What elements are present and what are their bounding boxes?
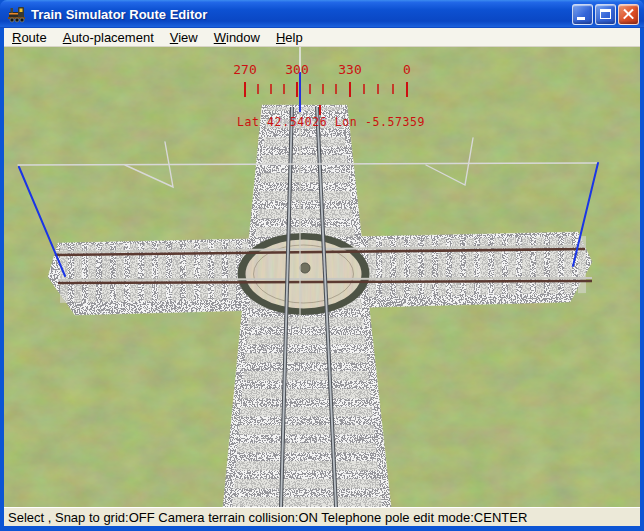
minimize-icon (577, 17, 585, 20)
title-bar[interactable]: Train Simulator Route Editor (0, 0, 644, 28)
menu-route-label: Route (12, 30, 47, 45)
maximize-icon (600, 9, 611, 19)
menu-window[interactable]: Window (206, 28, 268, 46)
compass-label-330: 330 (338, 62, 361, 77)
menu-bar: Route Auto-placement View Window Help (4, 28, 640, 47)
menu-help[interactable]: Help (268, 28, 311, 46)
minimize-button[interactable] (572, 4, 593, 25)
train-app-icon (7, 4, 27, 24)
compass-label-300: 300 (285, 62, 308, 77)
3d-viewport[interactable]: 270 300 330 0 (4, 47, 640, 507)
status-bar: Select , Snap to grid:OFF Camera terrain… (4, 507, 640, 526)
menu-view[interactable]: View (162, 28, 206, 46)
window-controls (572, 4, 639, 25)
compass-label-270: 270 (233, 62, 256, 77)
status-text: Select , Snap to grid:OFF Camera terrain… (8, 510, 527, 525)
window-title: Train Simulator Route Editor (31, 7, 572, 22)
position-readout: Lat 42.54026 Lon -5.57359 (237, 115, 425, 129)
menu-auto-placement-label: Auto-placement (63, 30, 154, 45)
menu-window-label: Window (214, 30, 260, 45)
menu-help-label: Help (276, 30, 303, 45)
menu-auto-placement[interactable]: Auto-placement (55, 28, 162, 46)
app-window: Train Simulator Route Editor Route Auto-… (0, 0, 644, 531)
close-button[interactable] (618, 4, 639, 25)
maximize-button[interactable] (595, 4, 616, 25)
turntable-object[interactable] (238, 233, 370, 315)
turntable-hub (300, 263, 310, 273)
menu-view-label: View (170, 30, 198, 45)
compass-label-0: 0 (403, 62, 411, 77)
menu-route[interactable]: Route (4, 28, 55, 46)
